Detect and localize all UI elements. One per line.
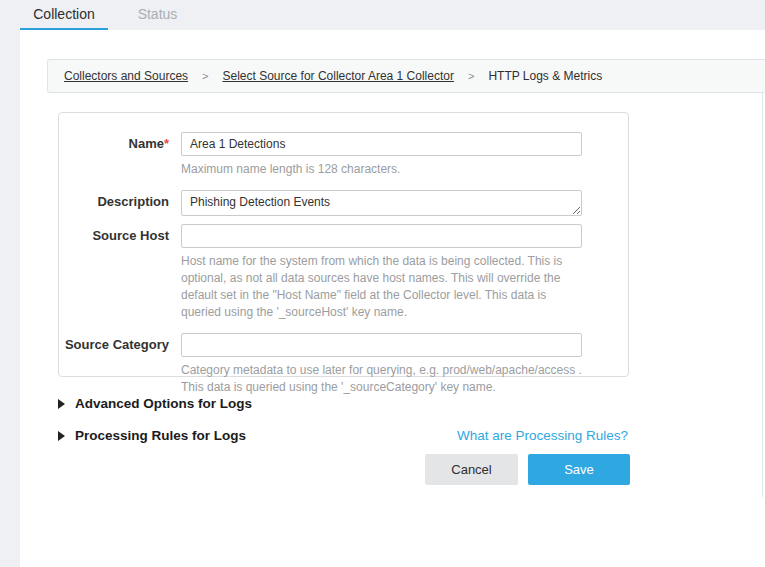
- name-label: Name*: [59, 132, 169, 178]
- breadcrumb-link-collectors-and-sources[interactable]: Collectors and Sources: [64, 69, 188, 83]
- source-host-input[interactable]: [181, 224, 582, 248]
- source-host-label: Source Host: [59, 224, 169, 321]
- breadcrumb-current-page: HTTP Logs & Metrics: [488, 69, 602, 83]
- breadcrumb: Collectors and Sources > Select Source f…: [47, 59, 765, 93]
- name-field-wrap: Maximum name length is 128 characters.: [181, 132, 582, 178]
- processing-rules-toggle[interactable]: Processing Rules for Logs: [58, 428, 246, 443]
- source-category-input[interactable]: [181, 333, 582, 357]
- form-row-source-category: Source Category Category metadata to use…: [59, 333, 628, 396]
- processing-rules-title: Processing Rules for Logs: [75, 428, 246, 443]
- name-label-text: Name: [129, 136, 164, 151]
- tab-status[interactable]: Status: [120, 0, 195, 30]
- name-hint: Maximum name length is 128 characters.: [181, 161, 582, 178]
- form-row-name: Name* Maximum name length is 128 charact…: [59, 132, 628, 178]
- breadcrumb-link-select-source[interactable]: Select Source for Collector Area 1 Colle…: [223, 69, 454, 83]
- form-action-bar: Cancel Save: [58, 454, 630, 485]
- processing-rules-help-link[interactable]: What are Processing Rules?: [457, 428, 628, 443]
- cancel-button[interactable]: Cancel: [425, 454, 518, 485]
- source-category-field-wrap: Category metadata to use later for query…: [181, 333, 582, 396]
- processing-rules-row: Processing Rules for Logs What are Proce…: [58, 428, 628, 443]
- name-input[interactable]: [181, 132, 582, 156]
- form-row-source-host: Source Host Host name for the system fro…: [59, 224, 628, 321]
- save-button[interactable]: Save: [528, 454, 630, 485]
- breadcrumb-separator: >: [202, 70, 208, 82]
- source-host-field-wrap: Host name for the system from which the …: [181, 224, 582, 321]
- advanced-options-toggle[interactable]: Advanced Options for Logs: [58, 396, 252, 411]
- form-row-description: Description Phishing Detection Events: [59, 190, 628, 216]
- source-category-hint: Category metadata to use later for query…: [181, 362, 582, 396]
- caret-right-icon: [58, 399, 65, 409]
- advanced-options-title: Advanced Options for Logs: [75, 396, 252, 411]
- description-input[interactable]: Phishing Detection Events: [181, 190, 582, 216]
- source-category-label: Source Category: [59, 333, 169, 396]
- required-indicator: *: [164, 136, 169, 151]
- tab-bar: Collection Status: [0, 0, 765, 30]
- source-host-hint: Host name for the system from which the …: [181, 253, 582, 321]
- panel-right-border: [762, 93, 763, 497]
- breadcrumb-separator: >: [468, 70, 474, 82]
- description-field-wrap: Phishing Detection Events: [181, 190, 582, 216]
- content-panel: Collectors and Sources > Select Source f…: [20, 30, 765, 567]
- source-config-form: Name* Maximum name length is 128 charact…: [58, 112, 629, 377]
- caret-right-icon: [58, 431, 65, 441]
- tab-collection[interactable]: Collection: [20, 0, 108, 30]
- description-label: Description: [59, 190, 169, 216]
- screen: Collection Status Collectors and Sources…: [0, 0, 765, 567]
